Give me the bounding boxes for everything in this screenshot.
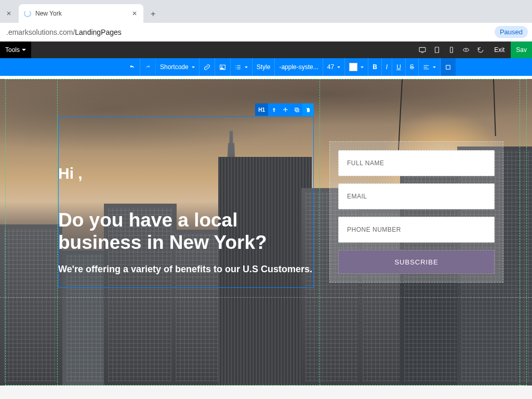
font-label: -apple-syste... — [279, 63, 318, 71]
svg-rect-9 — [296, 109, 299, 112]
tools-label: Tools — [5, 46, 20, 54]
underline-button[interactable]: U — [392, 58, 406, 76]
align-button[interactable] — [419, 58, 441, 76]
url-path: LandingPages — [75, 28, 122, 36]
color-picker[interactable] — [345, 58, 368, 76]
color-swatch — [349, 63, 357, 71]
svg-rect-0 — [419, 47, 425, 51]
phone-field[interactable]: PHONE NUMBER — [338, 217, 495, 243]
previous-tab-close[interactable]: ✕ — [0, 4, 18, 23]
mobile-preview-icon[interactable] — [444, 42, 459, 58]
tools-menu[interactable]: Tools — [0, 42, 31, 58]
strikethrough-button[interactable]: S — [406, 58, 419, 76]
selection-toolbar: H1 — [255, 103, 314, 116]
hero-text-block[interactable]: Hi , Do you have a local business in New… — [58, 165, 318, 275]
italic-button[interactable]: I — [382, 58, 392, 76]
address-bar[interactable]: .emarksolutions.com/LandingPages Paused — [0, 23, 532, 42]
exit-button[interactable]: Exit — [488, 42, 511, 58]
link-button[interactable] — [200, 58, 215, 76]
browser-tab-strip: ✕ New York ✕ + — [0, 0, 532, 23]
editor-menubar: Tools Exit Sav — [0, 42, 532, 58]
phone-placeholder: PHONE NUMBER — [347, 226, 401, 233]
svg-point-7 — [221, 66, 222, 67]
svg-point-5 — [466, 49, 467, 50]
bold-button[interactable]: B — [368, 58, 382, 76]
duplicate-icon[interactable] — [291, 103, 302, 116]
fullname-placeholder: FULL NAME — [347, 159, 384, 167]
style-label: Style — [257, 63, 271, 71]
page-canvas[interactable]: H1 Hi , Do you have a local business in … — [0, 79, 532, 385]
paused-badge[interactable]: Paused — [495, 26, 528, 38]
desktop-preview-icon[interactable] — [415, 42, 430, 58]
subscribe-label: SUBSCRIBE — [394, 258, 438, 266]
close-icon[interactable]: ✕ — [5, 9, 12, 18]
undo-button[interactable] — [125, 58, 140, 76]
move-up-icon[interactable] — [268, 103, 280, 116]
preview-eye-icon[interactable] — [459, 42, 473, 58]
svg-rect-8 — [446, 65, 450, 69]
redo-button[interactable] — [140, 58, 156, 76]
style-dropdown[interactable]: Style — [252, 58, 275, 76]
email-placeholder: EMAIL — [347, 193, 367, 200]
loading-spinner-icon — [24, 10, 31, 17]
container-button[interactable] — [441, 58, 456, 76]
close-icon[interactable]: ✕ — [131, 9, 138, 18]
subscribe-button[interactable]: SUBSCRIBE — [338, 250, 495, 274]
shortcode-label: Shortcode — [160, 63, 189, 71]
image-button[interactable] — [215, 58, 231, 76]
tablet-preview-icon[interactable] — [430, 42, 444, 58]
list-button[interactable] — [231, 58, 252, 76]
tab-title: New York — [35, 10, 62, 17]
fullname-field[interactable]: FULL NAME — [338, 150, 495, 176]
hero-headline: Do you have a local business in New York… — [58, 209, 318, 254]
save-button[interactable]: Sav — [511, 42, 532, 58]
drag-icon[interactable] — [280, 103, 291, 116]
new-tab-button[interactable]: + — [144, 5, 162, 23]
history-icon[interactable] — [473, 42, 488, 58]
chevron-down-icon — [22, 46, 26, 54]
shortcode-button[interactable]: Shortcode — [156, 58, 200, 76]
hero-subtitle: We're offering a variety of benefits to … — [58, 263, 318, 275]
svg-rect-1 — [421, 52, 424, 53]
svg-rect-10 — [295, 108, 298, 111]
subscribe-form[interactable]: FULL NAME EMAIL PHONE NUMBER SUBSCRIBE — [329, 141, 503, 283]
url-text: .emarksolutions.com/LandingPages — [4, 28, 490, 36]
hero-greeting: Hi , — [58, 165, 318, 182]
font-size-dropdown[interactable]: 47 — [323, 58, 345, 76]
email-field[interactable]: EMAIL — [338, 183, 495, 209]
svg-rect-2 — [435, 47, 439, 53]
svg-rect-3 — [450, 47, 453, 53]
font-dropdown[interactable]: -apple-syste... — [275, 58, 323, 76]
url-host: .emarksolutions.com/ — [6, 28, 75, 36]
element-tag-badge: H1 — [255, 103, 268, 116]
browser-tab-active[interactable]: New York ✕ — [19, 4, 143, 23]
editor-toolbar: Shortcode Style -apple-syste... 47 B I U… — [0, 58, 532, 76]
size-label: 47 — [327, 63, 334, 71]
delete-icon[interactable] — [302, 103, 314, 116]
